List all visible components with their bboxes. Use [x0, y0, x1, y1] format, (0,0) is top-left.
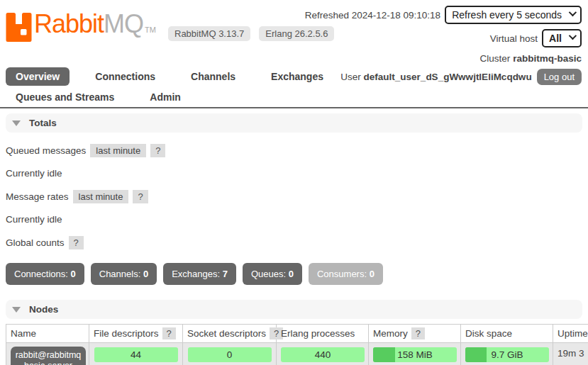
nodes-section-header[interactable]: Nodes: [6, 300, 582, 319]
rabbitmq-version-badge: RabbitMQ 3.13.7: [168, 26, 250, 41]
file-descriptors-help-icon[interactable]: ?: [162, 327, 176, 339]
queued-status-text: Currently idle: [6, 168, 62, 179]
exchanges-counter-button[interactable]: Exchanges: 7: [163, 263, 236, 285]
header-divider: [0, 107, 588, 108]
col-uptime: Uptime: [553, 325, 588, 343]
file-descriptors-value: 44: [94, 347, 178, 362]
logo-mq-text: MQ: [104, 9, 143, 38]
consumers-counter-button: Consumers: 0: [309, 263, 383, 285]
cluster-name: rabbitmq-basic: [513, 53, 582, 64]
file-descriptors-cell: 44 1048576 available: [89, 343, 183, 365]
logo-rabbit-text: Rabbit: [34, 9, 104, 38]
refresh-interval-select[interactable]: Refresh every 5 seconds: [445, 6, 582, 24]
counter-label: Connections:: [14, 269, 68, 279]
socket-descriptors-cell: 0 943629 available: [183, 343, 277, 365]
channels-counter-button[interactable]: Channels: 0: [91, 263, 157, 285]
file-descriptors-bar: 44: [94, 347, 178, 362]
rates-status: Currently idle: [6, 214, 582, 225]
main-content: Totals Queued messages last minute ? Cur…: [0, 113, 588, 365]
counter-label: Channels:: [99, 269, 141, 279]
counter-value: 0: [370, 269, 375, 279]
collapse-triangle-icon[interactable]: [12, 307, 21, 313]
collapse-triangle-icon[interactable]: [12, 120, 21, 126]
rabbitmq-overview-page: RabbitMQTM RabbitMQ 3.13.7 Erlang 26.2.5…: [0, 0, 588, 365]
refreshed-timestamp: Refreshed 2024-12-18 09:10:18: [305, 10, 440, 21]
chevron-down-icon: [569, 32, 577, 40]
counter-label: Queues:: [251, 269, 286, 279]
col-file-descriptors: File descriptors?: [89, 325, 183, 343]
tab-channels[interactable]: Channels: [181, 67, 245, 86]
memory-value: 158 MiB: [373, 347, 457, 362]
col-socket-descriptors: Socket descriptors?: [183, 325, 277, 343]
virtual-host-value: All: [549, 33, 562, 44]
virtual-host-label: Virtual host: [490, 33, 538, 44]
message-rates-label: Message rates: [6, 191, 69, 202]
col-disk-space: Disk space: [461, 325, 553, 343]
rates-status-text: Currently idle: [6, 214, 62, 225]
cluster-row: Cluster rabbitmq-basic: [480, 52, 582, 64]
memory-help-icon[interactable]: ?: [411, 327, 425, 339]
memory-bar: 158 MiB: [373, 347, 457, 362]
totals-section-header[interactable]: Totals: [6, 113, 582, 133]
logo-text: RabbitMQTM: [34, 10, 156, 44]
uptime-cell: 19m 3: [553, 343, 588, 365]
message-rates-row: Message rates last minute ?: [6, 190, 582, 203]
memory-cell: 158 MiB 655 MiB high watermark: [369, 343, 461, 365]
refresh-row: Refreshed 2024-12-18 09:10:18 Refresh ev…: [305, 6, 582, 24]
chevron-down-icon: [569, 9, 577, 16]
tab-exchanges[interactable]: Exchanges: [261, 67, 333, 86]
queued-messages-row: Queued messages last minute ?: [6, 144, 582, 157]
totals-title: Totals: [29, 118, 57, 128]
tab-admin[interactable]: Admin: [140, 88, 191, 106]
tab-overview[interactable]: Overview: [6, 67, 70, 86]
node-name-cell: rabbit@rabbitmq-basic-server-0.rabbitmq-…: [6, 343, 89, 365]
rabbitmq-logo-icon: [6, 13, 32, 42]
disk-space-cell: 9.7 GiB 1.9 GiB low watermark: [461, 343, 553, 365]
logo-trademark: TM: [145, 26, 156, 34]
rates-period-badge[interactable]: last minute: [73, 190, 129, 203]
nav-tabs: Overview Connections Channels Exchanges …: [6, 67, 403, 106]
node-name-badge[interactable]: rabbit@rabbitmq-basic-server-0.rabbitmq-…: [11, 347, 86, 365]
header: RabbitMQTM RabbitMQ 3.13.7 Erlang 26.2.5…: [0, 0, 588, 108]
global-counts-help-icon[interactable]: ?: [69, 236, 84, 249]
virtual-host-select[interactable]: All: [542, 29, 582, 47]
global-counters: Connections: 0 Channels: 0 Exchanges: 7 …: [6, 263, 582, 285]
col-memory: Memory?: [369, 325, 461, 343]
refresh-interval-value: Refresh every 5 seconds: [452, 9, 562, 21]
nodes-table: Name File descriptors? Socket descriptor…: [6, 324, 588, 365]
socket-descriptors-bar: 0: [188, 347, 272, 362]
cluster-label: Cluster: [480, 53, 511, 64]
queues-counter-button[interactable]: Queues: 0: [243, 263, 302, 285]
connections-counter-button[interactable]: Connections: 0: [6, 263, 84, 285]
queued-messages-label: Queued messages: [6, 145, 86, 156]
erlang-processes-value: 440: [281, 347, 365, 362]
counter-value: 0: [289, 269, 294, 279]
rabbitmq-logo[interactable]: RabbitMQTM: [6, 10, 156, 44]
col-name: Name: [6, 325, 89, 343]
nodes-title: Nodes: [29, 304, 58, 315]
tab-queues-and-streams[interactable]: Queues and Streams: [6, 88, 124, 106]
uptime-value: 19m 3: [558, 347, 588, 359]
queued-period-badge[interactable]: last minute: [90, 144, 146, 157]
global-counts-row: Global counts ?: [6, 236, 582, 249]
disk-space-value: 9.7 GiB: [465, 347, 549, 362]
node-row: rabbit@rabbitmq-basic-server-0.rabbitmq-…: [6, 343, 588, 365]
counter-value: 7: [223, 269, 228, 279]
erlang-processes-cell: 440 1048576 available: [277, 343, 369, 365]
tab-connections[interactable]: Connections: [85, 67, 165, 86]
nodes-table-header-row: Name File descriptors? Socket descriptor…: [6, 325, 588, 343]
counter-value: 0: [71, 269, 76, 279]
queued-status: Currently idle: [6, 168, 582, 179]
virtual-host-row: Virtual host All: [490, 29, 582, 47]
rates-help-icon[interactable]: ?: [133, 190, 148, 203]
logout-button[interactable]: Log out: [537, 69, 582, 85]
erlang-processes-bar: 440: [281, 347, 365, 362]
queued-help-icon[interactable]: ?: [150, 144, 165, 157]
col-erlang-processes: Erlang processes: [277, 325, 369, 343]
counter-label: Consumers:: [317, 269, 367, 279]
counter-value: 0: [143, 269, 148, 279]
socket-descriptors-value: 0: [188, 347, 272, 362]
global-counts-label: Global counts: [6, 237, 65, 248]
disk-space-bar: 9.7 GiB: [465, 347, 549, 362]
counter-label: Exchanges:: [172, 269, 220, 279]
